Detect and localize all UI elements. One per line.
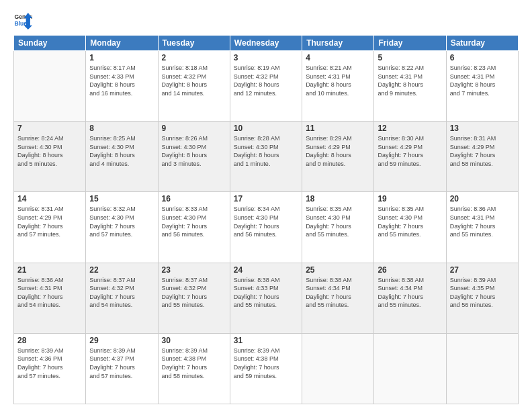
day-info: Sunrise: 8:22 AM Sunset: 4:31 PM Dayligh… [378, 64, 442, 97]
calendar-cell [302, 333, 374, 404]
calendar-cell: 8Sunrise: 8:25 AM Sunset: 4:30 PM Daylig… [86, 122, 158, 192]
weekday-header-saturday: Saturday [446, 36, 518, 51]
day-number: 14 [17, 194, 82, 203]
calendar-table: SundayMondayTuesdayWednesdayThursdayFrid… [13, 35, 519, 404]
day-number: 27 [450, 265, 515, 275]
day-number: 7 [17, 124, 82, 133]
day-info: Sunrise: 8:32 AM Sunset: 4:30 PM Dayligh… [89, 205, 154, 238]
day-info: Sunrise: 8:39 AM Sunset: 4:38 PM Dayligh… [234, 347, 298, 380]
calendar-cell: 28Sunrise: 8:39 AM Sunset: 4:36 PM Dayli… [14, 333, 86, 404]
day-info: Sunrise: 8:39 AM Sunset: 4:35 PM Dayligh… [450, 276, 515, 310]
calendar-cell: 22Sunrise: 8:37 AM Sunset: 4:32 PM Dayli… [86, 263, 158, 333]
logo: General Blue [13, 11, 32, 30]
day-info: Sunrise: 8:17 AM Sunset: 4:33 PM Dayligh… [89, 64, 154, 97]
calendar-cell: 4Sunrise: 8:21 AM Sunset: 4:31 PM Daylig… [302, 51, 374, 122]
weekday-header-thursday: Thursday [302, 36, 374, 51]
calendar-cell: 20Sunrise: 8:36 AM Sunset: 4:31 PM Dayli… [446, 192, 518, 263]
day-number: 25 [306, 265, 370, 275]
day-info: Sunrise: 8:33 AM Sunset: 4:30 PM Dayligh… [162, 205, 226, 238]
day-info: Sunrise: 8:23 AM Sunset: 4:31 PM Dayligh… [450, 64, 515, 97]
day-info: Sunrise: 8:34 AM Sunset: 4:30 PM Dayligh… [234, 205, 298, 238]
day-number: 17 [234, 194, 298, 203]
calendar-cell: 11Sunrise: 8:29 AM Sunset: 4:29 PM Dayli… [302, 122, 374, 192]
weekday-header-monday: Monday [86, 36, 158, 51]
day-info: Sunrise: 8:35 AM Sunset: 4:30 PM Dayligh… [306, 205, 370, 238]
day-number: 22 [89, 265, 154, 275]
calendar-cell: 3Sunrise: 8:19 AM Sunset: 4:32 PM Daylig… [230, 51, 302, 122]
calendar-cell: 23Sunrise: 8:37 AM Sunset: 4:32 PM Dayli… [158, 263, 230, 333]
day-info: Sunrise: 8:38 AM Sunset: 4:33 PM Dayligh… [234, 276, 298, 310]
day-info: Sunrise: 8:37 AM Sunset: 4:32 PM Dayligh… [162, 276, 226, 310]
weekday-header-row: SundayMondayTuesdayWednesdayThursdayFrid… [14, 36, 519, 51]
day-info: Sunrise: 8:36 AM Sunset: 4:31 PM Dayligh… [450, 205, 515, 238]
calendar-cell: 21Sunrise: 8:36 AM Sunset: 4:31 PM Dayli… [14, 263, 86, 333]
day-number: 12 [378, 124, 442, 133]
week-row-5: 28Sunrise: 8:39 AM Sunset: 4:36 PM Dayli… [14, 333, 519, 404]
day-info: Sunrise: 8:39 AM Sunset: 4:37 PM Dayligh… [89, 347, 154, 380]
calendar-cell [14, 51, 86, 122]
calendar-cell: 12Sunrise: 8:30 AM Sunset: 4:29 PM Dayli… [374, 122, 446, 192]
calendar-cell: 16Sunrise: 8:33 AM Sunset: 4:30 PM Dayli… [158, 192, 230, 263]
calendar-cell: 18Sunrise: 8:35 AM Sunset: 4:30 PM Dayli… [302, 192, 374, 263]
week-row-4: 21Sunrise: 8:36 AM Sunset: 4:31 PM Dayli… [14, 263, 519, 333]
page-header: General Blue [13, 11, 519, 30]
day-number: 1 [89, 53, 154, 62]
day-info: Sunrise: 8:35 AM Sunset: 4:30 PM Dayligh… [378, 205, 442, 238]
day-number: 15 [89, 194, 154, 203]
day-info: Sunrise: 8:38 AM Sunset: 4:34 PM Dayligh… [306, 276, 370, 310]
day-number: 21 [17, 265, 82, 275]
day-info: Sunrise: 8:37 AM Sunset: 4:32 PM Dayligh… [89, 276, 154, 310]
day-number: 11 [306, 124, 370, 133]
day-info: Sunrise: 8:18 AM Sunset: 4:32 PM Dayligh… [162, 64, 226, 97]
day-info: Sunrise: 8:26 AM Sunset: 4:30 PM Dayligh… [162, 134, 226, 168]
day-info: Sunrise: 8:28 AM Sunset: 4:30 PM Dayligh… [234, 134, 298, 168]
day-number: 2 [162, 53, 226, 62]
day-info: Sunrise: 8:39 AM Sunset: 4:38 PM Dayligh… [162, 347, 226, 380]
weekday-header-sunday: Sunday [14, 36, 86, 51]
day-number: 13 [450, 124, 515, 133]
calendar-cell: 27Sunrise: 8:39 AM Sunset: 4:35 PM Dayli… [446, 263, 518, 333]
day-number: 20 [450, 194, 515, 203]
day-info: Sunrise: 8:39 AM Sunset: 4:36 PM Dayligh… [17, 347, 82, 380]
day-info: Sunrise: 8:24 AM Sunset: 4:30 PM Dayligh… [17, 134, 82, 168]
day-info: Sunrise: 8:38 AM Sunset: 4:34 PM Dayligh… [378, 276, 442, 310]
calendar-cell: 17Sunrise: 8:34 AM Sunset: 4:30 PM Dayli… [230, 192, 302, 263]
calendar-cell: 15Sunrise: 8:32 AM Sunset: 4:30 PM Dayli… [86, 192, 158, 263]
day-info: Sunrise: 8:25 AM Sunset: 4:30 PM Dayligh… [89, 134, 154, 168]
calendar-cell: 2Sunrise: 8:18 AM Sunset: 4:32 PM Daylig… [158, 51, 230, 122]
day-info: Sunrise: 8:29 AM Sunset: 4:29 PM Dayligh… [306, 134, 370, 168]
calendar-cell [374, 333, 446, 404]
week-row-2: 7Sunrise: 8:24 AM Sunset: 4:30 PM Daylig… [14, 122, 519, 192]
day-info: Sunrise: 8:21 AM Sunset: 4:31 PM Dayligh… [306, 64, 370, 97]
weekday-header-wednesday: Wednesday [230, 36, 302, 51]
day-info: Sunrise: 8:31 AM Sunset: 4:29 PM Dayligh… [17, 205, 82, 238]
calendar-cell: 1Sunrise: 8:17 AM Sunset: 4:33 PM Daylig… [86, 51, 158, 122]
calendar-cell: 13Sunrise: 8:31 AM Sunset: 4:29 PM Dayli… [446, 122, 518, 192]
calendar-cell: 26Sunrise: 8:38 AM Sunset: 4:34 PM Dayli… [374, 263, 446, 333]
calendar-cell: 9Sunrise: 8:26 AM Sunset: 4:30 PM Daylig… [158, 122, 230, 192]
weekday-header-tuesday: Tuesday [158, 36, 230, 51]
logo-icon: General Blue [13, 11, 32, 30]
day-info: Sunrise: 8:30 AM Sunset: 4:29 PM Dayligh… [378, 134, 442, 168]
day-number: 28 [17, 336, 82, 345]
week-row-3: 14Sunrise: 8:31 AM Sunset: 4:29 PM Dayli… [14, 192, 519, 263]
day-number: 10 [234, 124, 298, 133]
calendar-cell: 25Sunrise: 8:38 AM Sunset: 4:34 PM Dayli… [302, 263, 374, 333]
day-number: 6 [450, 53, 515, 62]
day-info: Sunrise: 8:31 AM Sunset: 4:29 PM Dayligh… [450, 134, 515, 168]
day-number: 26 [378, 265, 442, 275]
calendar-cell: 29Sunrise: 8:39 AM Sunset: 4:37 PM Dayli… [86, 333, 158, 404]
day-info: Sunrise: 8:36 AM Sunset: 4:31 PM Dayligh… [17, 276, 82, 310]
day-number: 24 [234, 265, 298, 275]
calendar-cell: 30Sunrise: 8:39 AM Sunset: 4:38 PM Dayli… [158, 333, 230, 404]
day-number: 9 [162, 124, 226, 133]
calendar-cell: 14Sunrise: 8:31 AM Sunset: 4:29 PM Dayli… [14, 192, 86, 263]
day-number: 19 [378, 194, 442, 203]
calendar-cell: 10Sunrise: 8:28 AM Sunset: 4:30 PM Dayli… [230, 122, 302, 192]
day-number: 4 [306, 53, 370, 62]
calendar-cell [446, 333, 518, 404]
calendar-cell: 31Sunrise: 8:39 AM Sunset: 4:38 PM Dayli… [230, 333, 302, 404]
calendar-cell: 24Sunrise: 8:38 AM Sunset: 4:33 PM Dayli… [230, 263, 302, 333]
day-number: 3 [234, 53, 298, 62]
weekday-header-friday: Friday [374, 36, 446, 51]
